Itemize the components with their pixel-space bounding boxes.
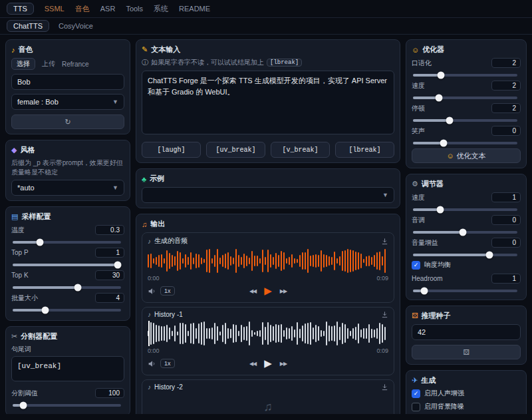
top-p-value-input[interactable]: 1 — [95, 248, 124, 258]
volume-icon[interactable] — [148, 359, 156, 368]
denoise-checkbox[interactable] — [412, 403, 420, 411]
split-threshold-handle[interactable] — [20, 402, 27, 409]
tab-system[interactable]: 系统 — [154, 4, 168, 14]
voice-name-input[interactable] — [11, 74, 124, 90]
tab-tts[interactable]: TTS — [7, 3, 34, 15]
seed-input[interactable] — [412, 324, 521, 340]
splitter-panel: ✂ 分割器配置 句尾词 [uv_break] 分割阈值 100 — [5, 326, 130, 414]
speaker-dropdown[interactable]: female : Bob ▼ — [11, 94, 124, 110]
temperature-handle[interactable] — [36, 239, 43, 246]
laugh-value-input[interactable]: 0 — [491, 126, 521, 136]
tab-asr[interactable]: ASR — [100, 5, 116, 13]
top-p-label: Top P — [11, 249, 29, 256]
split-threshold-value-input[interactable]: 100 — [95, 388, 124, 398]
speed-opt-label: 速度 — [412, 81, 425, 91]
headroom-handle[interactable] — [421, 288, 428, 295]
output-panel-title: ♫ 输出 — [142, 219, 394, 229]
optimize-text-button[interactable]: ☺ 优化文本 — [412, 148, 521, 163]
pitch-track[interactable] — [413, 231, 517, 234]
waveform[interactable] — [148, 321, 388, 346]
eos-textarea[interactable]: [uv_break] — [11, 356, 124, 381]
tab-voices[interactable]: 音色 — [75, 4, 90, 14]
style-title-text: 风格 — [20, 145, 35, 155]
voice-panel-title: ♪ 音色 — [11, 45, 124, 55]
oral-handle[interactable] — [438, 72, 445, 79]
loudness-eq-checkbox[interactable]: ✓ — [412, 261, 420, 270]
enhance-checkbox[interactable]: ✓ — [412, 389, 420, 398]
seek-cursor[interactable] — [148, 321, 150, 346]
volume-gain-value-input[interactable]: 0 — [491, 238, 521, 248]
adj-speed-track[interactable] — [413, 208, 517, 211]
temperature-track[interactable] — [13, 241, 121, 244]
insert-laugh-button[interactable]: [laugh] — [142, 142, 201, 158]
download-icon[interactable] — [381, 238, 388, 245]
voice-tab-select[interactable]: 选择 — [11, 58, 35, 70]
speed-opt-handle[interactable] — [436, 95, 443, 102]
laugh-track[interactable] — [413, 142, 517, 144]
tab-tools[interactable]: Tools — [126, 5, 143, 13]
top-p-track[interactable] — [13, 264, 121, 266]
play-button[interactable]: ▶ — [264, 357, 272, 369]
batch-size-handle[interactable] — [41, 307, 49, 314]
subtab-chattts[interactable]: ChatTTS — [7, 20, 49, 32]
pitch-slider: 音调 0 — [412, 215, 521, 234]
volume-icon[interactable] — [148, 287, 156, 296]
examples-dropdown[interactable]: ▼ — [142, 187, 394, 203]
skip-forward-icon[interactable]: ▶▶ — [280, 288, 287, 294]
oral-value-input[interactable]: 2 — [491, 58, 521, 68]
skip-back-icon[interactable]: ◀◀ — [249, 361, 256, 367]
split-threshold-track[interactable] — [13, 404, 121, 407]
laugh-handle[interactable] — [440, 140, 447, 147]
insert-lbreak-button[interactable]: [lbreak] — [335, 142, 394, 158]
volume-gain-handle[interactable] — [485, 252, 493, 259]
random-seed-button[interactable]: ⚄ — [412, 345, 521, 359]
top-k-track[interactable] — [13, 286, 121, 289]
temperature-value-input[interactable]: 0.3 — [95, 225, 124, 235]
insert-v-break-button[interactable]: [v_break] — [271, 142, 330, 158]
oral-track[interactable] — [413, 74, 517, 77]
volume-gain-track[interactable] — [413, 254, 517, 256]
split-threshold-label: 分割阈值 — [11, 389, 38, 398]
history-1-player: ♪ History -1 0:00 0:09 — [142, 307, 394, 375]
waveform[interactable] — [148, 248, 388, 274]
text-input-panel-title: ✎ 文本输入 — [142, 45, 394, 55]
pitch-value-input[interactable]: 0 — [491, 215, 521, 225]
break-handle[interactable] — [446, 117, 453, 124]
adj-speed-value-input[interactable]: 1 — [491, 192, 521, 202]
pitch-handle[interactable] — [460, 229, 467, 236]
playback-speed-button[interactable]: 1x — [160, 286, 175, 296]
top-k-value-input[interactable]: 30 — [95, 270, 124, 280]
insert-uv-break-button[interactable]: [uv_break] — [206, 142, 265, 158]
top-k-handle[interactable] — [74, 284, 81, 292]
adjuster-icon: ⚙ — [412, 180, 418, 188]
voice-tab-upload[interactable]: 上传 — [42, 59, 55, 69]
skip-forward-icon[interactable]: ▶▶ — [280, 361, 287, 367]
break-value-input[interactable]: 2 — [491, 103, 521, 113]
headroom-track[interactable] — [413, 290, 517, 292]
speed-opt-value-input[interactable]: 2 — [491, 81, 521, 91]
adj-speed-handle[interactable] — [436, 206, 444, 214]
tts-text-textarea[interactable]: ChatTTS Forge 是一个探索 TTS 生成模型开发的项目，实现了 AP… — [142, 71, 394, 134]
speed-opt-track[interactable] — [413, 97, 517, 99]
playback-speed-button[interactable]: 1x — [160, 359, 175, 368]
seed-title-text: 推理种子 — [422, 311, 451, 321]
seed-panel: ⚄ 推理种子 ⚄ — [406, 306, 527, 365]
batch-size-track[interactable] — [13, 309, 121, 312]
headroom-value-input[interactable]: 1 — [491, 274, 521, 284]
download-icon[interactable] — [381, 383, 388, 391]
subtab-cosyvoice[interactable]: CosyVoice — [59, 22, 93, 30]
volume-gain-label: 音量增益 — [412, 238, 438, 248]
break-track[interactable] — [413, 119, 517, 122]
player-controls: 1x ◀◀ ▶ ▶▶ — [148, 284, 388, 298]
skip-back-icon[interactable]: ◀◀ — [249, 288, 256, 294]
tab-ssml[interactable]: SSML — [45, 5, 65, 13]
tab-readme[interactable]: README — [179, 5, 210, 13]
download-icon[interactable] — [381, 311, 388, 318]
style-dropdown[interactable]: *auto ▼ — [11, 180, 124, 196]
play-button[interactable]: ▶ — [264, 285, 272, 297]
voice-tab-reference[interactable]: Refrance — [62, 61, 89, 68]
top-p-handle[interactable] — [114, 262, 122, 269]
batch-size-value-input[interactable]: 4 — [95, 293, 124, 303]
text-input-hint: ⓘ 如果尾字吞字不读，可以试试结尾加上 [lbreak] — [142, 58, 394, 67]
voice-reload-button[interactable]: ↻ — [11, 114, 124, 129]
